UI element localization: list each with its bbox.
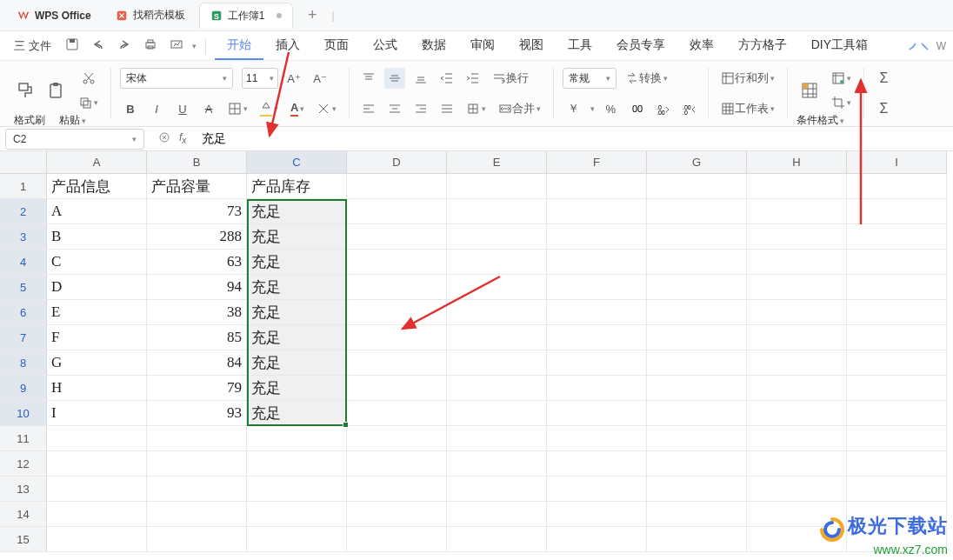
- cell[interactable]: 充足: [247, 401, 347, 426]
- row-header[interactable]: 11: [0, 426, 47, 451]
- cell[interactable]: [547, 325, 647, 350]
- cell[interactable]: 85: [147, 325, 247, 350]
- cell[interactable]: [547, 199, 647, 224]
- worksheet-button[interactable]: 工作表▾: [717, 98, 778, 119]
- cell[interactable]: [147, 527, 247, 552]
- cell[interactable]: [647, 451, 747, 477]
- decrease-decimal-button[interactable]: .0.00: [652, 98, 673, 119]
- cell[interactable]: [747, 477, 847, 502]
- cell[interactable]: [747, 376, 847, 401]
- cell[interactable]: D: [47, 275, 147, 300]
- cell[interactable]: [847, 426, 947, 451]
- cell[interactable]: [547, 275, 647, 300]
- cell-style-icon[interactable]: ▾: [828, 68, 855, 89]
- menu-item-6[interactable]: 视图: [507, 32, 556, 60]
- row-header[interactable]: 13: [0, 477, 47, 502]
- cell[interactable]: [247, 451, 347, 477]
- cell[interactable]: [547, 224, 647, 250]
- tab-workbook[interactable]: S 工作簿1: [199, 3, 294, 29]
- cell[interactable]: B: [47, 224, 147, 250]
- cell[interactable]: 63: [147, 250, 247, 275]
- row-header[interactable]: 15: [0, 527, 47, 552]
- font-color-button[interactable]: A▾: [287, 98, 308, 119]
- col-header[interactable]: D: [347, 151, 447, 174]
- cell[interactable]: [847, 174, 947, 199]
- cell[interactable]: [547, 300, 647, 325]
- cell[interactable]: [647, 250, 747, 275]
- col-header[interactable]: I: [847, 151, 947, 174]
- cut-icon[interactable]: [75, 68, 102, 89]
- cell[interactable]: [647, 527, 747, 552]
- comma-style-button[interactable]: 000: [626, 98, 647, 119]
- row-header[interactable]: 3: [0, 224, 47, 250]
- align-bottom-icon[interactable]: [410, 68, 431, 89]
- cell[interactable]: [447, 527, 547, 552]
- cell[interactable]: [347, 325, 447, 350]
- cell[interactable]: 73: [147, 199, 247, 224]
- cell[interactable]: 79: [147, 376, 247, 401]
- cell[interactable]: 产品容量: [147, 174, 247, 199]
- font-size-select[interactable]: 11▾: [242, 68, 278, 89]
- cell[interactable]: [747, 451, 847, 477]
- currency-button[interactable]: ￥: [563, 98, 583, 119]
- cell[interactable]: [247, 527, 347, 552]
- cell[interactable]: [547, 350, 647, 376]
- cell[interactable]: [647, 325, 747, 350]
- cell[interactable]: [347, 300, 447, 325]
- col-header[interactable]: E: [447, 151, 547, 174]
- row-header[interactable]: 4: [0, 250, 47, 275]
- cell[interactable]: [447, 477, 547, 502]
- cell[interactable]: C: [47, 250, 147, 275]
- align-justify-icon[interactable]: [437, 98, 457, 119]
- cell[interactable]: 产品库存: [247, 174, 347, 199]
- percent-button[interactable]: %: [600, 98, 621, 119]
- cell[interactable]: [747, 401, 847, 426]
- cell[interactable]: 93: [147, 401, 247, 426]
- row-header[interactable]: 5: [0, 275, 47, 300]
- align-top-icon[interactable]: [358, 68, 379, 89]
- spreadsheet-grid[interactable]: ABCDEFGHI 123456789101112131415 产品信息产品容量…: [0, 151, 953, 560]
- menu-item-10[interactable]: 方方格子: [726, 32, 799, 60]
- cell[interactable]: H: [47, 376, 147, 401]
- quickaccess-caret-icon[interactable]: ▾: [192, 42, 197, 50]
- number-format-select[interactable]: 常规▾: [563, 68, 616, 89]
- cell[interactable]: [847, 477, 947, 502]
- cell[interactable]: 充足: [247, 350, 347, 376]
- cell[interactable]: [147, 502, 247, 527]
- cell[interactable]: [347, 376, 447, 401]
- cell[interactable]: [847, 275, 947, 300]
- conditional-format-button[interactable]: [796, 79, 823, 102]
- decrease-indent-icon[interactable]: [437, 68, 457, 89]
- strikethrough-button[interactable]: A: [198, 98, 219, 119]
- cell[interactable]: 充足: [247, 325, 347, 350]
- cell[interactable]: [847, 451, 947, 477]
- cell[interactable]: [347, 502, 447, 527]
- col-header[interactable]: A: [47, 151, 147, 174]
- cell[interactable]: [647, 224, 747, 250]
- row-header[interactable]: 2: [0, 199, 47, 224]
- menu-item-5[interactable]: 审阅: [458, 32, 507, 60]
- cell[interactable]: 充足: [247, 300, 347, 325]
- align-left-icon[interactable]: [358, 98, 379, 119]
- cell[interactable]: [347, 350, 447, 376]
- row-header[interactable]: 9: [0, 376, 47, 401]
- cell[interactable]: 产品信息: [47, 174, 147, 199]
- menu-item-0[interactable]: 开始: [215, 32, 263, 60]
- cell[interactable]: [747, 199, 847, 224]
- cell[interactable]: [747, 250, 847, 275]
- cell[interactable]: 288: [147, 224, 247, 250]
- cell[interactable]: [547, 451, 647, 477]
- increase-decimal-button[interactable]: .00.0: [678, 98, 699, 119]
- cell[interactable]: [347, 426, 447, 451]
- menu-item-11[interactable]: DIY工具箱: [799, 32, 880, 60]
- increase-indent-icon[interactable]: [463, 68, 483, 89]
- cell[interactable]: [47, 527, 147, 552]
- cell[interactable]: [647, 401, 747, 426]
- cells-area[interactable]: 产品信息产品容量产品库存A73充足B288充足C63充足D94充足E38充足F8…: [47, 174, 947, 552]
- wrap-text-button[interactable]: 换行: [489, 68, 532, 89]
- sum-dropdown[interactable]: Σ: [873, 98, 894, 119]
- cell[interactable]: 充足: [247, 250, 347, 275]
- cell[interactable]: [247, 477, 347, 502]
- cell[interactable]: [747, 300, 847, 325]
- cell[interactable]: [847, 325, 947, 350]
